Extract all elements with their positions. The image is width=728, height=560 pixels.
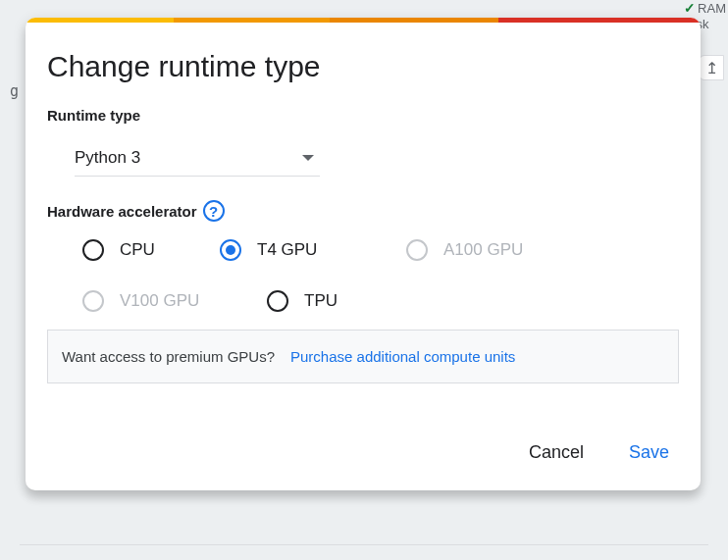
hardware-accelerator-text: Hardware accelerator <box>47 203 197 220</box>
cancel-button[interactable]: Cancel <box>521 436 592 469</box>
radio-icon <box>82 290 104 312</box>
dialog-title: Change runtime type <box>47 50 679 83</box>
accelerator-radio-v100: V100 GPU <box>82 290 220 312</box>
promo-text: Want access to premium GPUs? <box>62 348 275 365</box>
ram-label: RAM <box>698 1 726 16</box>
hardware-accelerator-label: Hardware accelerator ? <box>47 200 225 222</box>
accelerator-radio-tpu[interactable]: TPU <box>267 290 406 312</box>
save-button[interactable]: Save <box>621 436 677 469</box>
accelerator-radio-t4[interactable]: T4 GPU <box>220 239 406 261</box>
purchase-units-link[interactable]: Purchase additional compute units <box>290 348 515 365</box>
radio-icon <box>267 290 288 312</box>
radio-label: T4 GPU <box>257 240 317 260</box>
check-icon: ✓ <box>684 0 696 16</box>
runtime-type-value: Python 3 <box>75 148 140 168</box>
radio-icon <box>406 239 428 261</box>
radio-label: V100 GPU <box>120 291 199 311</box>
radio-icon <box>82 239 104 261</box>
chevron-down-icon <box>302 155 314 161</box>
radio-label: CPU <box>120 240 155 260</box>
accelerator-radio-a100: A100 GPU <box>406 239 602 261</box>
accelerator-radio-cpu[interactable]: CPU <box>82 239 220 261</box>
runtime-type-label: Runtime type <box>47 107 140 124</box>
divider <box>20 544 708 545</box>
premium-gpu-promo: Want access to premium GPUs? Purchase ad… <box>47 330 679 383</box>
radio-label: TPU <box>304 291 338 311</box>
radio-icon <box>220 239 241 261</box>
background-glyph: g <box>10 82 19 100</box>
runtime-type-select[interactable]: Python 3 <box>75 138 320 177</box>
help-icon[interactable]: ? <box>203 200 225 222</box>
upload-icon: ↥ <box>699 55 724 80</box>
change-runtime-dialog: Change runtime type Runtime type Python … <box>26 18 701 490</box>
radio-label: A100 GPU <box>443 240 523 260</box>
